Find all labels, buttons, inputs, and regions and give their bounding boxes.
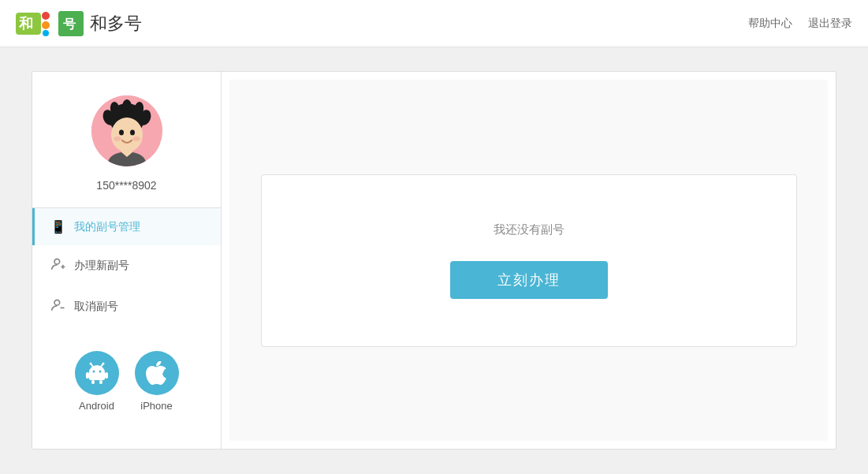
svg-text:和: 和 xyxy=(18,16,33,32)
svg-rect-35 xyxy=(86,372,89,379)
sidebar-item-cancel-sub-label: 取消副号 xyxy=(74,300,118,314)
logo-section: 和 号 和多号 xyxy=(16,9,142,38)
and-logo-icon: 和 xyxy=(16,9,52,38)
phone-icon: 📱 xyxy=(50,219,66,234)
help-link[interactable]: 帮助中心 xyxy=(748,17,792,31)
no-sub-box: 我还没有副号 立刻办理 xyxy=(261,174,797,347)
avatar-section: 150****8902 xyxy=(32,88,221,208)
right-panel: 我还没有副号 立刻办理 xyxy=(229,80,828,441)
sidebar-item-my-sub-label: 我的副号管理 xyxy=(74,220,140,234)
android-download-button[interactable]: Android xyxy=(75,351,119,412)
svg-point-2 xyxy=(42,12,50,20)
logout-link[interactable]: 退出登录 xyxy=(808,17,852,31)
svg-point-29 xyxy=(89,363,91,365)
logo-title: 和多号 xyxy=(90,12,142,35)
phone-number: 150****8902 xyxy=(96,179,156,192)
svg-rect-36 xyxy=(105,372,108,379)
add-user-icon xyxy=(50,256,66,275)
remove-user-icon xyxy=(50,297,66,316)
svg-point-11 xyxy=(122,99,132,114)
sidebar-item-my-sub[interactable]: 📱 我的副号管理 xyxy=(32,208,221,245)
header-links: 帮助中心 退出登录 xyxy=(748,17,852,31)
apple-icon xyxy=(135,351,179,395)
svg-point-30 xyxy=(102,363,104,365)
svg-point-18 xyxy=(132,136,140,141)
android-label: Android xyxy=(79,400,114,412)
iphone-download-button[interactable]: iPhone xyxy=(135,351,179,412)
svg-point-17 xyxy=(114,136,121,141)
svg-point-15 xyxy=(119,130,124,136)
iphone-label: iPhone xyxy=(140,400,172,412)
sidebar-item-cancel-sub[interactable]: 取消副号 xyxy=(32,286,221,327)
no-sub-text: 我还没有副号 xyxy=(494,222,564,237)
svg-point-20 xyxy=(54,259,60,264)
svg-point-3 xyxy=(42,21,50,29)
svg-point-16 xyxy=(130,130,135,136)
app-download-section: Android iPhone xyxy=(32,335,221,427)
content-box: 150****8902 📱 我的副号管理 办理新副号 xyxy=(32,71,836,450)
main-area: 150****8902 📱 我的副号管理 办理新副号 xyxy=(0,47,868,473)
android-icon xyxy=(75,351,119,395)
doc-logo-icon: 号 xyxy=(58,11,84,36)
sidebar-item-apply-sub[interactable]: 办理新副号 xyxy=(32,245,221,286)
svg-text:号: 号 xyxy=(63,17,76,31)
svg-point-32 xyxy=(99,371,101,373)
sidebar-item-apply-sub-label: 办理新副号 xyxy=(74,259,129,273)
svg-point-4 xyxy=(43,30,49,36)
header: 和 号 和多号 帮助中心 退出登录 xyxy=(0,0,868,47)
svg-rect-33 xyxy=(91,380,95,384)
apply-now-button[interactable]: 立刻办理 xyxy=(450,261,608,299)
svg-point-31 xyxy=(92,371,95,373)
svg-rect-26 xyxy=(89,372,105,380)
avatar xyxy=(91,95,162,166)
svg-point-14 xyxy=(111,118,143,152)
sidebar: 150****8902 📱 我的副号管理 办理新副号 xyxy=(32,72,222,449)
svg-point-23 xyxy=(54,300,60,305)
svg-rect-34 xyxy=(99,380,102,384)
